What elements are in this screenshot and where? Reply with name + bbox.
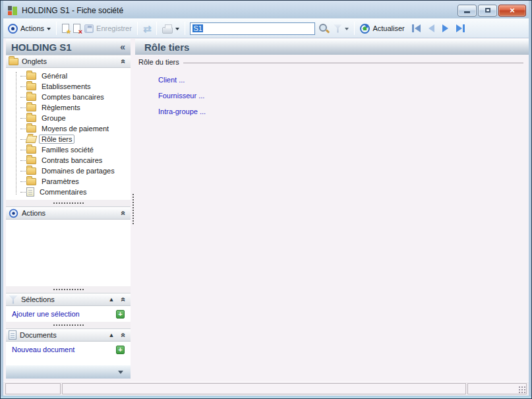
collapse-single-icon[interactable]: ▲ bbox=[108, 297, 114, 303]
actions-bullseye-icon bbox=[9, 208, 18, 218]
print-button[interactable] bbox=[160, 24, 181, 34]
first-record-button[interactable] bbox=[412, 24, 421, 32]
horizontal-splitter-grip[interactable] bbox=[6, 200, 131, 206]
chevron-down-icon bbox=[345, 28, 349, 32]
onglets-section-label: Onglets bbox=[22, 57, 118, 65]
previous-record-button[interactable] bbox=[429, 24, 434, 32]
document-icon bbox=[9, 330, 16, 340]
onglets-tree: Général Etablissements Comptes bancaires… bbox=[6, 68, 131, 200]
tree-item-label: Contrats bancaires bbox=[40, 156, 104, 164]
open-folder-icon bbox=[26, 136, 38, 143]
vertical-splitter[interactable] bbox=[131, 39, 135, 379]
chevron-down-icon bbox=[47, 28, 51, 32]
sidebar-item-commentaires[interactable]: Commentaires bbox=[10, 187, 131, 197]
sidebar-item-familles-societe[interactable]: Familles société bbox=[10, 144, 131, 155]
horizontal-splitter-grip[interactable] bbox=[6, 286, 131, 293]
tree-item-label: Moyens de paiement bbox=[40, 125, 111, 133]
close-button[interactable]: × bbox=[498, 5, 526, 16]
selections-section-label: Sélections bbox=[21, 295, 105, 303]
sidebar-item-reglements[interactable]: Règlements bbox=[10, 102, 131, 113]
toolbar-separator bbox=[354, 22, 355, 35]
fournisseur-link[interactable]: Fournisseur ... bbox=[158, 92, 204, 100]
save-label: Enregistrer bbox=[96, 24, 132, 32]
filter-button[interactable] bbox=[331, 24, 351, 33]
client-link[interactable]: Client ... bbox=[158, 76, 185, 84]
minimize-button[interactable] bbox=[458, 5, 477, 16]
tree-item-label: Groupe bbox=[40, 114, 68, 122]
sidebar-item-parametres[interactable]: Paramètres bbox=[10, 176, 131, 187]
sidebar-item-moyens-de-paiement[interactable]: Moyens de paiement bbox=[10, 123, 131, 134]
search-button[interactable] bbox=[316, 23, 331, 34]
tree-item-label: Commentaires bbox=[38, 188, 89, 196]
folder-icon bbox=[9, 58, 18, 65]
close-icon: × bbox=[510, 5, 515, 15]
add-selection-link[interactable]: Ajouter une sélection bbox=[12, 310, 80, 318]
collapse-section-icon[interactable]: « bbox=[121, 333, 127, 338]
documents-link-row: Nouveau document + bbox=[6, 342, 131, 357]
collapse-sidebar-button[interactable]: « bbox=[120, 42, 125, 52]
folder-icon bbox=[26, 125, 36, 133]
collapse-single-icon[interactable]: ▲ bbox=[108, 332, 114, 338]
save-icon bbox=[84, 24, 94, 33]
actions-menu-button[interactable]: Actions bbox=[6, 24, 53, 34]
section-header-selections[interactable]: Sélections ▲ « bbox=[6, 293, 131, 306]
delete-page-icon: × bbox=[73, 24, 80, 33]
actualiser-button[interactable]: Actualiser bbox=[358, 24, 406, 34]
window-title: HOLDING S1 - Fiche société bbox=[22, 6, 123, 15]
sidebar-item-general[interactable]: Général bbox=[10, 71, 131, 81]
last-record-button[interactable] bbox=[456, 24, 465, 32]
sidebar-item-groupe[interactable]: Groupe bbox=[10, 113, 131, 123]
new-record-button[interactable]: ★ bbox=[60, 24, 71, 33]
new-document-link[interactable]: Nouveau document bbox=[12, 346, 74, 353]
restore-button[interactable] bbox=[478, 5, 497, 16]
status-panel-middle bbox=[62, 383, 466, 394]
section-header-documents[interactable]: Documents ▲ « bbox=[6, 328, 131, 342]
section-header-actions[interactable]: Actions « bbox=[6, 206, 131, 220]
minimize-icon bbox=[464, 11, 470, 13]
folder-icon bbox=[26, 157, 36, 164]
refresh-button[interactable]: ⇄ bbox=[141, 24, 154, 34]
intra-groupe-link[interactable]: Intra-groupe ... bbox=[158, 107, 206, 115]
new-page-icon: ★ bbox=[62, 24, 69, 33]
toolbar-separator bbox=[137, 22, 138, 35]
collapse-section-icon[interactable]: « bbox=[121, 211, 127, 216]
collapse-section-icon[interactable]: « bbox=[121, 297, 127, 302]
filter-funnel-icon bbox=[333, 24, 342, 33]
groupbox-role-du-tiers: Rôle du tiers bbox=[137, 58, 523, 66]
folder-icon bbox=[26, 115, 36, 122]
actions-menu-label: Actions bbox=[20, 24, 44, 32]
groupbox-line bbox=[183, 63, 523, 63]
folder-icon bbox=[26, 178, 36, 185]
actions-panel bbox=[6, 220, 131, 286]
main-body: Rôle du tiers Client ... Fournisseur ...… bbox=[135, 55, 529, 379]
new-document-plus-button[interactable]: + bbox=[116, 346, 125, 354]
resize-grip[interactable] bbox=[518, 386, 526, 394]
next-record-button[interactable] bbox=[442, 24, 448, 32]
tree-item-label: Comptes bancaires bbox=[40, 93, 106, 101]
toolbar-separator bbox=[185, 22, 185, 35]
folder-icon bbox=[26, 73, 36, 80]
add-selection-plus-button[interactable]: + bbox=[116, 310, 125, 319]
sidebar-collapse-bar[interactable] bbox=[6, 365, 131, 379]
section-header-onglets[interactable]: Onglets « bbox=[6, 55, 131, 68]
search-input[interactable]: S1 bbox=[190, 22, 315, 35]
folder-icon bbox=[26, 146, 36, 154]
sidebar-item-role-tiers[interactable]: Rôle tiers bbox=[10, 134, 131, 144]
sidebar-item-domaines-de-partages[interactable]: Domaines de partages bbox=[10, 166, 131, 176]
tree-item-label: Règlements bbox=[40, 104, 82, 111]
sidebar-item-comptes-bancaires[interactable]: Comptes bancaires bbox=[10, 92, 131, 102]
toolbar-separator bbox=[56, 22, 57, 35]
delete-record-button[interactable]: × bbox=[71, 24, 82, 33]
sidebar-item-contrats-bancaires[interactable]: Contrats bancaires bbox=[10, 155, 131, 166]
tree-item-label: Etablissements bbox=[40, 82, 93, 90]
save-button[interactable]: Enregistrer bbox=[82, 24, 134, 33]
printer-icon bbox=[162, 27, 173, 34]
horizontal-splitter-grip[interactable] bbox=[6, 322, 131, 328]
selections-link-row: Ajouter une sélection + bbox=[6, 306, 131, 322]
next-record-icon bbox=[442, 24, 448, 32]
collapse-section-icon[interactable]: « bbox=[121, 59, 127, 64]
sidebar-item-etablissements[interactable]: Etablissements bbox=[10, 81, 131, 92]
actions-section-label: Actions bbox=[22, 209, 118, 217]
actualiser-label: Actualiser bbox=[372, 24, 404, 32]
search-icon bbox=[318, 23, 329, 34]
